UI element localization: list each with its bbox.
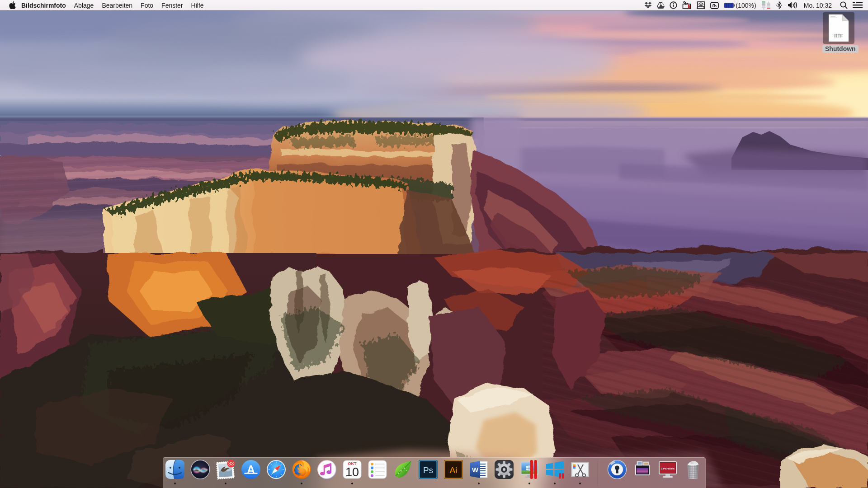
svg-text:Ps: Ps bbox=[423, 465, 433, 475]
svg-text:33: 33 bbox=[228, 461, 234, 466]
svg-text:10: 10 bbox=[345, 465, 359, 479]
svg-text:|| Parallels: || Parallels bbox=[661, 467, 675, 470]
svg-text:W: W bbox=[472, 466, 479, 474]
svg-text:RTF: RTF bbox=[834, 33, 843, 38]
svg-text:Ai: Ai bbox=[450, 465, 458, 475]
